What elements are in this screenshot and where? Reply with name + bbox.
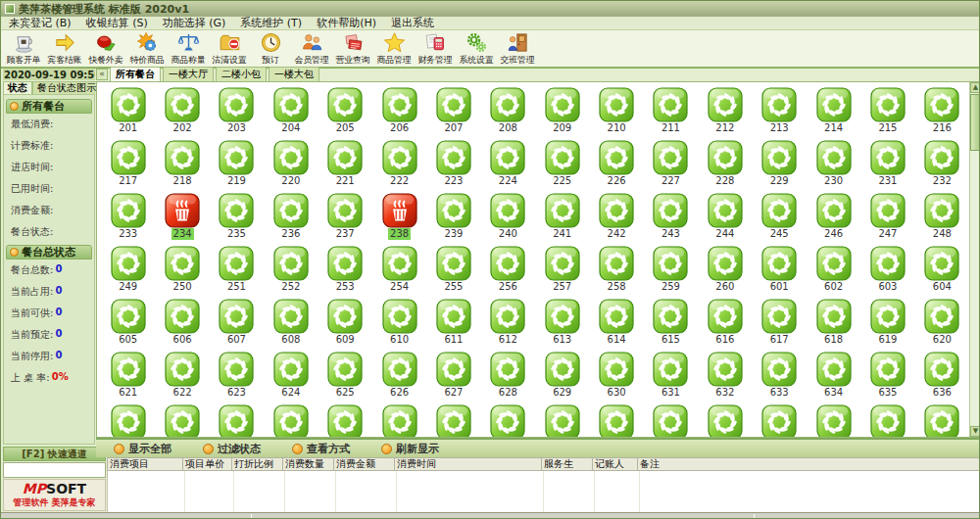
toolbar-button-scale[interactable]: 商品称量: [168, 31, 209, 67]
table-cell-631[interactable]: 631: [644, 352, 698, 404]
table-cell-627[interactable]: 627: [426, 352, 480, 404]
filter-button[interactable]: 显示全部: [114, 442, 172, 456]
table-cell-209[interactable]: 209: [535, 87, 589, 140]
table-cell-639[interactable]: 639: [210, 404, 264, 437]
toolbar-button-arrow[interactable]: 宾客结账: [44, 31, 85, 67]
table-cell-244[interactable]: 244: [698, 193, 752, 246]
toolbar-button-clock[interactable]: 预订: [250, 31, 291, 67]
table-cell-204[interactable]: 204: [264, 87, 318, 140]
table-cell-647[interactable]: 647: [644, 404, 698, 437]
table-cell-624[interactable]: 624: [264, 352, 318, 404]
table-cell-210[interactable]: 210: [589, 87, 643, 140]
table-cell-625[interactable]: 625: [318, 352, 372, 404]
table-cell-630[interactable]: 630: [589, 352, 643, 404]
fastlane-input[interactable]: [3, 462, 106, 478]
table-cell-623[interactable]: 623: [210, 352, 264, 404]
table-cell-638[interactable]: 638: [155, 404, 209, 437]
sidebar-tab[interactable]: 餐台状态图示: [32, 81, 101, 94]
table-cell-611[interactable]: 611: [426, 299, 480, 352]
order-col-header[interactable]: 消费数量: [283, 457, 334, 471]
table-cell-648[interactable]: 648: [698, 404, 752, 437]
table-cell-250[interactable]: 250: [155, 246, 209, 299]
table-cell-225[interactable]: 225: [535, 140, 589, 193]
table-cell-628[interactable]: 628: [481, 352, 535, 404]
menu-item[interactable]: 收银结算 (S): [86, 16, 148, 30]
order-col-header[interactable]: 消费时间: [395, 457, 542, 471]
table-cell-605[interactable]: 605: [101, 299, 155, 352]
table-cell-608[interactable]: 608: [264, 299, 318, 352]
menu-item[interactable]: 软件帮助(H): [317, 16, 376, 30]
area-tab[interactable]: 所有餐台: [110, 67, 161, 81]
table-cell-629[interactable]: 629: [535, 352, 589, 404]
table-cell-646[interactable]: 646: [589, 404, 643, 437]
table-cell-201[interactable]: 201: [101, 87, 155, 140]
table-cell-606[interactable]: 606: [155, 299, 209, 352]
toolbar-button-finance[interactable]: 财务管理: [415, 31, 456, 67]
table-cell-234[interactable]: 234: [155, 193, 209, 246]
table-cell-206[interactable]: 206: [372, 87, 426, 140]
table-cell-641[interactable]: 641: [318, 404, 372, 437]
table-cell-214[interactable]: 214: [807, 87, 860, 140]
toolbar-button-cup[interactable]: 顾客开单: [3, 31, 44, 67]
table-cell-253[interactable]: 253: [318, 246, 372, 299]
table-cell-633[interactable]: 633: [753, 352, 807, 404]
table-cell-245[interactable]: 245: [753, 193, 807, 246]
table-cell-223[interactable]: 223: [426, 140, 480, 193]
table-cell-615[interactable]: 615: [644, 299, 698, 352]
table-cell-619[interactable]: 619: [860, 299, 914, 352]
toolbar-button-members[interactable]: 会员管理: [291, 31, 332, 67]
table-cell-229[interactable]: 229: [753, 140, 807, 193]
menu-item[interactable]: 功能选择 (G): [163, 16, 226, 30]
table-cell-602[interactable]: 602: [807, 246, 860, 299]
table-cell-637[interactable]: 637: [101, 404, 155, 437]
table-cell-224[interactable]: 224: [481, 140, 535, 193]
area-tab[interactable]: 一楼大包: [269, 67, 319, 81]
table-cell-232[interactable]: 232: [915, 140, 969, 193]
menu-item[interactable]: 来宾登记 (B): [9, 16, 72, 30]
table-cell-220[interactable]: 220: [264, 140, 318, 193]
table-cell-213[interactable]: 213: [753, 87, 807, 140]
panel-header-all-tables[interactable]: 所有餐台: [6, 99, 92, 114]
table-cell-260[interactable]: 260: [698, 246, 752, 299]
table-cell-612[interactable]: 612: [481, 299, 535, 352]
table-cell-614[interactable]: 614: [589, 299, 643, 352]
table-cell-603[interactable]: 603: [860, 246, 914, 299]
table-cell-617[interactable]: 617: [753, 299, 807, 352]
toolbar-button-special[interactable]: 特价商品: [126, 31, 168, 67]
table-cell-242[interactable]: 242: [589, 193, 643, 246]
table-cell-251[interactable]: 251: [210, 246, 264, 299]
order-col-header[interactable]: 记账人: [593, 457, 638, 471]
toolbar-button-star[interactable]: 商品管理: [373, 31, 415, 67]
area-tab[interactable]: 一楼大厅: [163, 67, 214, 81]
table-cell-247[interactable]: 247: [860, 193, 914, 246]
toolbar-button-gears[interactable]: 系统设置: [456, 31, 497, 67]
table-cell-233[interactable]: 233: [101, 193, 155, 246]
order-col-header[interactable]: 打折比例: [232, 457, 283, 471]
order-col-header[interactable]: 项目单价: [183, 457, 232, 471]
table-cell-616[interactable]: 616: [698, 299, 752, 352]
table-cell-621[interactable]: 621: [101, 352, 155, 404]
table-cell-645[interactable]: 645: [535, 404, 589, 437]
table-cell-219[interactable]: 219: [210, 140, 264, 193]
table-cell-257[interactable]: 257: [535, 246, 589, 299]
menu-item[interactable]: 退出系统: [391, 16, 434, 30]
table-cell-239[interactable]: 239: [426, 193, 480, 246]
table-cell-620[interactable]: 620: [915, 299, 969, 352]
table-cell-212[interactable]: 212: [698, 87, 752, 140]
table-cell-650[interactable]: 650: [807, 404, 860, 437]
table-cell-216[interactable]: 216: [915, 87, 969, 140]
vertical-scrollbar[interactable]: ▲ ▼: [969, 82, 980, 437]
table-cell-610[interactable]: 610: [372, 299, 426, 352]
table-cell-634[interactable]: 634: [807, 352, 860, 404]
table-cell-618[interactable]: 618: [807, 299, 860, 352]
table-cell-243[interactable]: 243: [644, 193, 698, 246]
sidebar-collapse-button[interactable]: «: [96, 69, 108, 80]
table-cell-202[interactable]: 202: [155, 87, 209, 140]
filter-button[interactable]: 刷新显示: [381, 442, 439, 456]
table-cell-601[interactable]: 601: [753, 246, 807, 299]
order-col-header[interactable]: 服务生: [542, 457, 593, 471]
table-cell-217[interactable]: 217: [101, 140, 155, 193]
table-cell-651[interactable]: 651: [860, 404, 914, 437]
toolbar-button-soldout[interactable]: 沽清设置: [209, 31, 250, 67]
table-cell-227[interactable]: 227: [644, 140, 698, 193]
